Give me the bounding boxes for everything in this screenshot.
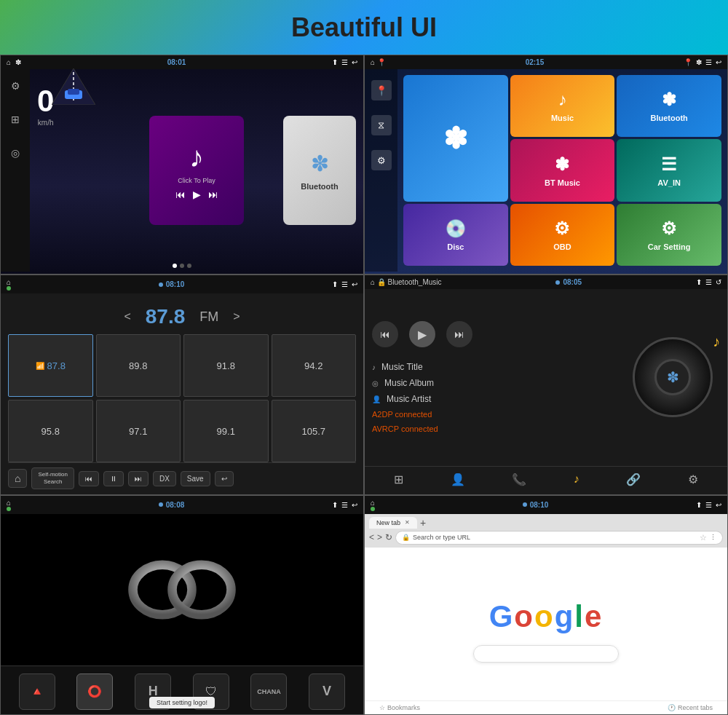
btmusic-tile-label: BT Music (545, 178, 580, 187)
radio-back-button[interactable]: ↩ (215, 471, 234, 486)
app-tile-obd[interactable]: ⚙ OBD (510, 204, 615, 266)
url-bar[interactable]: 🔒 Search or type URL ☆ ⋮ (395, 531, 723, 545)
station-878[interactable]: 📶 87.8 (8, 334, 93, 397)
music-nav-icon[interactable]: ♪ (574, 473, 579, 486)
station-898[interactable]: 89.8 (96, 334, 181, 397)
btmusic-tile-icon: ✽ (555, 154, 569, 175)
status-bar-2: ⌂ 📍 02:15 📍 ✽ ☰ ↩ (365, 55, 727, 69)
bluetooth-card[interactable]: ✽ Bluetooth (283, 116, 356, 225)
music-card[interactable]: ♪ Click To Play ⏮ ▶ ⏭ (149, 116, 244, 225)
radio-home-button[interactable]: ⌂ (8, 469, 27, 488)
bookmarks-item[interactable]: ☆ Bookmarks (379, 704, 420, 711)
next-button[interactable]: ⏭ (208, 189, 218, 200)
bottom-navigation: ⊞ 👤 📞 ♪ 🔗 ⚙ (365, 466, 727, 492)
self-motion-search-button[interactable]: Self-motionSearch (31, 467, 74, 489)
obd-tile-icon: ⚙ (554, 218, 570, 239)
new-tab-button[interactable]: + (420, 517, 426, 529)
gear-nav-icon[interactable]: ⚙ (688, 473, 698, 486)
google-o2: o (534, 599, 555, 633)
app-tile-bluetooth[interactable]: ✽ Bluetooth (617, 75, 721, 137)
vinyl-container: ✽ ♪ (633, 337, 713, 417)
recent-tabs-label: Recent tabs (678, 704, 713, 711)
station-991[interactable]: 99.1 (183, 400, 269, 462)
panel-bluetooth-music: ⌂ 🔒 Bluetooth_Music 08:05 ⬆ ☰ ↺ ⏮ ▶ (364, 274, 728, 494)
up-icon: ⬆ (332, 58, 338, 66)
save-button[interactable]: Save (181, 471, 210, 486)
google-g: G (489, 599, 515, 633)
big-bt-icon: ✽ (443, 122, 468, 155)
car-content: ⚙ ⊞ ◎ 0 km/h ♪ (1, 69, 363, 272)
settings-icon-2[interactable]: ⚙ (371, 150, 392, 170)
nav-sidebar-icon[interactable]: ◎ (6, 143, 25, 162)
clock-recent-icon: 🕐 (668, 704, 676, 711)
app-menu-content: 📍 ⧖ ⚙ ✽ ♪ Music ✽ Bluetooth ✽ (365, 69, 727, 272)
svg-rect-3 (68, 89, 79, 95)
dx-button[interactable]: DX (153, 471, 176, 486)
radio-pause-button[interactable]: ⏸ (103, 471, 124, 486)
station-958[interactable]: 95.8 (8, 400, 93, 462)
station-942[interactable]: 94.2 (272, 334, 357, 397)
tab-close-button[interactable]: ✕ (405, 519, 410, 526)
freq-prev-arrow[interactable]: < (124, 310, 130, 323)
start-setting-logo-button[interactable]: Start setting logo! (149, 697, 215, 708)
menu-icon-2: ☰ (705, 58, 712, 66)
radio-next-button[interactable]: ⏭ (128, 471, 149, 486)
app-tile-avin[interactable]: ☰ AV_IN (617, 139, 721, 201)
prev-button[interactable]: ⏮ (175, 189, 186, 200)
app-grid: ✽ ♪ Music ✽ Bluetooth ✽ BT Music ☰ AV_IN (397, 69, 727, 272)
grid-sidebar-icon[interactable]: ⊞ (6, 110, 25, 129)
browser-tab-new[interactable]: New tab ✕ (369, 517, 417, 529)
grid-nav-icon[interactable]: ⊞ (394, 473, 403, 486)
browser-forward-button[interactable]: > (377, 532, 382, 542)
browser-back-button[interactable]: < (369, 532, 374, 542)
app-tile-carsetting[interactable]: ⚙ Car Setting (617, 204, 721, 266)
recent-tabs-item[interactable]: 🕐 Recent tabs (668, 704, 713, 711)
station-971[interactable]: 97.1 (96, 400, 181, 462)
station-918[interactable]: 91.8 (183, 334, 269, 397)
lock-url-icon: 🔒 (402, 534, 410, 541)
logo-item-5[interactable]: CHANA (250, 673, 287, 710)
menu-icon-5: ☰ (341, 501, 348, 509)
settings-sidebar-icon[interactable]: ⚙ (6, 76, 25, 95)
freq-next-arrow[interactable]: > (233, 310, 240, 323)
disc-icon: ◎ (372, 379, 379, 387)
back-icon-3: ↩ (352, 280, 357, 288)
carsetting-tile-icon: ⚙ (661, 218, 677, 239)
playback-controls: ⏮ ▶ ⏭ (372, 321, 625, 347)
google-g2: g (555, 599, 575, 633)
bookmark-star-icon[interactable]: ☆ (700, 533, 707, 542)
logo-item-6[interactable]: V (309, 673, 345, 710)
obd-tile-label: OBD (553, 242, 571, 251)
app-tile-disc[interactable]: 💿 Disc (403, 204, 508, 266)
play-button[interactable]: ▶ (193, 189, 201, 200)
bookmarks-label: Bookmarks (387, 704, 420, 711)
phone-nav-icon[interactable]: 📞 (512, 473, 526, 486)
app-tile-music[interactable]: ♪ Music (510, 75, 615, 137)
google-search-box[interactable] (473, 645, 619, 663)
status-bar-5: ⌂ 08:08 ⬆ ☰ ↩ (1, 496, 363, 514)
radio-prev-button[interactable]: ⏮ (79, 471, 99, 486)
contact-nav-icon[interactable]: 👤 (451, 473, 465, 486)
location-icon[interactable]: 📍 (371, 80, 392, 100)
bt-prev-button[interactable]: ⏮ (372, 321, 398, 347)
app-tile-bluetooth-big[interactable]: ✽ (403, 75, 508, 202)
status-time-5: 08:08 (166, 501, 185, 509)
link-nav-icon[interactable]: 🔗 (626, 473, 641, 486)
music-album-row: ◎ Music Album (372, 378, 625, 388)
brand-logo-svg (116, 553, 248, 626)
bt-play-button[interactable]: ▶ (409, 321, 435, 347)
browser-refresh-button[interactable]: ↻ (385, 532, 392, 542)
status-dot-3 (7, 286, 11, 291)
status-dot-6 (371, 507, 375, 511)
station-1057[interactable]: 105.7 (272, 400, 357, 462)
bt-next-button[interactable]: ⏭ (446, 321, 472, 347)
sliders-icon[interactable]: ⧖ (371, 115, 392, 135)
status-left-4: ⌂ 🔒 Bluetooth_Music (371, 278, 442, 286)
logo-item-1[interactable]: 🔺 (19, 673, 55, 710)
menu-url-icon[interactable]: ⋮ (710, 534, 716, 541)
status-bar-1: ⌂ ✽ 08:01 ⬆ ☰ ↩ (1, 55, 363, 69)
status-time-3: 08:10 (166, 280, 185, 288)
app-tile-btmusic[interactable]: ✽ BT Music (510, 139, 615, 201)
logo-item-2[interactable]: ⭕ (76, 673, 113, 710)
bt-dot-5 (159, 502, 163, 507)
